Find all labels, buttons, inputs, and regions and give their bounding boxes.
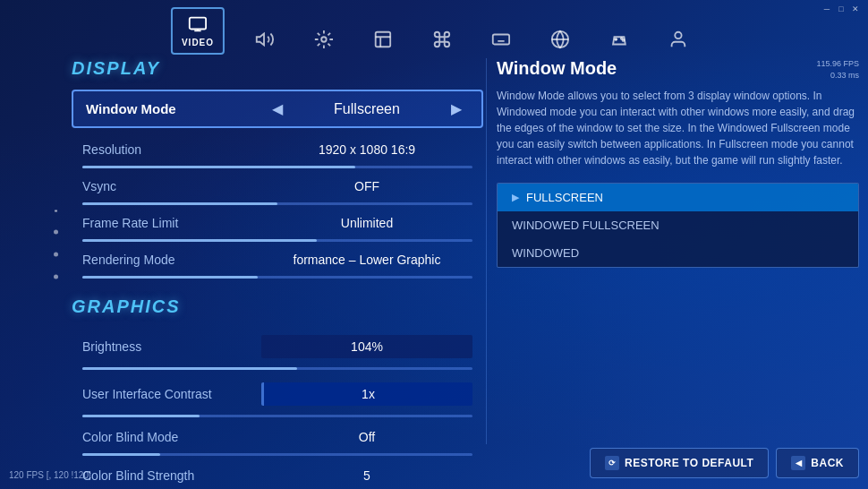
close-button[interactable]: ✕ (850, 4, 861, 14)
resolution-value-area: 1920 x 1080 16:9 (261, 142, 472, 157)
option-windowed-fullscreen-label: WINDOWED FULLSCREEN (512, 219, 660, 232)
resolution-value: 1920 x 1080 16:9 (319, 142, 415, 157)
nav-interface[interactable] (364, 24, 402, 55)
sidebar-line-1 (55, 210, 57, 212)
bottom-buttons: ⟳ RESTORE TO DEFAULT ◀ BACK (590, 448, 859, 478)
window-mode-right-arrow[interactable]: ▶ (444, 100, 469, 117)
vsync-row[interactable]: Vsync OFF (72, 172, 483, 201)
ui-contrast-group: User Interface Contrast 1x (72, 375, 483, 421)
nav-controller[interactable] (600, 24, 638, 55)
option-windowed[interactable]: WINDOWED (498, 239, 858, 267)
brightness-group: Brightness 104% (72, 328, 483, 373)
brightness-row[interactable]: Brightness 104% (72, 328, 483, 365)
display-section-title: DISPLAY (72, 58, 483, 79)
rendering-mode-row[interactable]: Rendering Mode formance – Lower Graphic (72, 245, 483, 274)
fps-counter: 120 FPS [, 120 !120] (9, 470, 91, 480)
ui-contrast-slider[interactable] (72, 415, 483, 421)
resolution-fill (82, 166, 355, 168)
svg-rect-6 (493, 35, 509, 45)
ui-contrast-label: User Interface Contrast (82, 387, 261, 401)
fps-value: 115.96 FPS (816, 59, 859, 68)
nav-video[interactable]: VIDEO (171, 7, 225, 55)
nav-profile[interactable] (660, 24, 697, 55)
ui-contrast-value-area: 1x (261, 382, 472, 406)
color-blind-mode-label: Color Blind Mode (82, 430, 261, 444)
svg-point-13 (675, 32, 681, 39)
color-blind-mode-value: Off (359, 430, 375, 444)
back-button[interactable]: ◀ BACK (776, 448, 859, 478)
restore-label: RESTORE TO DEFAULT (625, 457, 753, 469)
frame-rate-label: Frame Rate Limit (82, 216, 261, 230)
restore-icon: ⟳ (605, 456, 619, 470)
svg-rect-5 (376, 32, 391, 47)
color-blind-mode-value-area: Off (261, 430, 472, 444)
frame-rate-fill (82, 239, 317, 242)
vsync-fill (82, 202, 277, 205)
fps-badge: 115.96 FPS 0.33 ms (816, 58, 859, 81)
option-windowed-label: WINDOWED (512, 246, 579, 260)
sidebar-dots (54, 210, 58, 279)
sidebar-dot-1 (54, 230, 58, 235)
window-mode-label: Window Mode (86, 101, 265, 116)
panel-divider (486, 58, 487, 444)
resolution-track (82, 166, 472, 168)
svg-point-4 (321, 37, 327, 42)
rendering-mode-fill (82, 276, 258, 279)
window-mode-row[interactable]: Window Mode ◀ Fullscreen ▶ (72, 90, 483, 128)
sidebar-dot-3 (54, 275, 58, 279)
nav-network[interactable] (541, 24, 579, 55)
frame-rate-row[interactable]: Frame Rate Limit Unlimited (72, 209, 483, 237)
option-fullscreen[interactable]: ▶ FULLSCREEN (498, 184, 858, 211)
frame-rate-track (82, 239, 472, 242)
ui-contrast-value: 1x (362, 387, 375, 401)
minimize-button[interactable]: ─ (821, 4, 832, 14)
option-fullscreen-label: FULLSCREEN (526, 191, 603, 204)
rendering-mode-value: formance – Lower Graphic (294, 253, 441, 267)
svg-marker-3 (257, 34, 264, 46)
color-blind-strength-value-area: 5 (261, 468, 472, 483)
brightness-value: 104% (351, 339, 383, 354)
window-mode-left-arrow[interactable]: ◀ (265, 100, 290, 117)
color-blind-mode-slider[interactable] (72, 453, 483, 459)
frame-rate-value: Unlimited (341, 216, 393, 230)
resolution-label: Resolution (82, 142, 261, 157)
color-blind-strength-row[interactable]: Color Blind Strength 5 (72, 461, 483, 489)
ui-contrast-row[interactable]: User Interface Contrast 1x (72, 375, 483, 413)
graphics-section-title: GRAPHICS (72, 296, 483, 317)
brightness-label: Brightness (82, 339, 261, 354)
svg-rect-0 (190, 18, 206, 30)
vsync-value-area: OFF (261, 179, 472, 193)
main-content: DISPLAY Window Mode ◀ Fullscreen ▶ Resol… (72, 58, 483, 480)
rendering-mode-value-area: formance – Lower Graphic (261, 253, 472, 267)
resolution-row[interactable]: Resolution 1920 x 1080 16:9 (72, 135, 483, 164)
maximize-button[interactable]: □ (836, 4, 847, 14)
back-icon: ◀ (791, 456, 805, 470)
color-blind-strength-group: Color Blind Strength 5 (72, 461, 483, 489)
nav-video-label: VIDEO (182, 38, 214, 47)
option-windowed-fullscreen[interactable]: WINDOWED FULLSCREEN (498, 211, 858, 239)
brightness-slider[interactable] (72, 367, 483, 373)
vsync-value: OFF (354, 179, 379, 193)
nav-controls[interactable] (423, 24, 461, 55)
nav-keyboard[interactable] (482, 24, 520, 55)
rendering-mode-track (82, 276, 472, 279)
color-blind-mode-row[interactable]: Color Blind Mode Off (72, 423, 483, 451)
nav-gameplay[interactable] (305, 24, 343, 55)
back-label: BACK (811, 457, 844, 469)
graphics-section: GRAPHICS Brightness 104% User Interface … (72, 296, 483, 489)
panel-title: Window Mode (497, 58, 859, 79)
color-blind-mode-group: Color Blind Mode Off (72, 423, 483, 459)
restore-default-button[interactable]: ⟳ RESTORE TO DEFAULT (590, 448, 769, 478)
vsync-track (82, 202, 472, 205)
right-panel: 115.96 FPS 0.33 ms Window Mode Window Mo… (497, 58, 859, 444)
nav-audio[interactable] (246, 24, 284, 55)
sidebar-dot-2 (54, 253, 58, 257)
color-blind-strength-value: 5 (363, 468, 370, 483)
nav-bar: VIDEO (171, 7, 697, 55)
window-mode-value: Fullscreen (334, 101, 400, 117)
color-blind-strength-label: Color Blind Strength (82, 468, 261, 483)
window-mode-value-area: ◀ Fullscreen ▶ (265, 100, 469, 117)
rendering-mode-label: Rendering Mode (82, 253, 261, 267)
panel-description: Window Mode allows you to select from 3 … (497, 88, 859, 168)
ms-value: 0.33 ms (830, 71, 859, 80)
